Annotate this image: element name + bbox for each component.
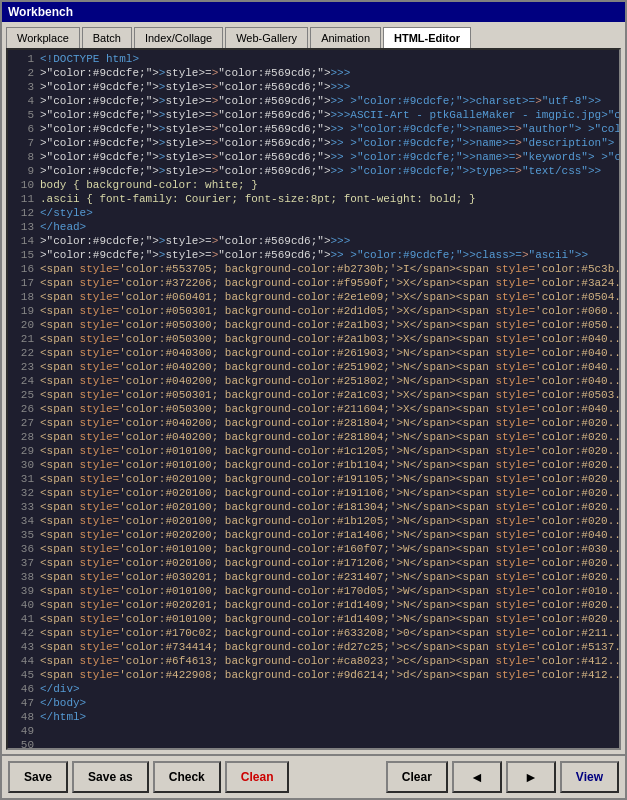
code-line [40, 724, 619, 738]
code-line: <span style='color:#020100; background-c… [40, 500, 619, 514]
line-number: 4 [12, 94, 34, 108]
code-line: <span style='color:#020100; background-c… [40, 556, 619, 570]
line-number: 16 [12, 262, 34, 276]
code-line: <span style='color:#020201; background-c… [40, 598, 619, 612]
line-number: 41 [12, 612, 34, 626]
code-line: <span style='color:#040200; background-c… [40, 430, 619, 444]
code-line: <span style='color:#040300; background-c… [40, 346, 619, 360]
code-line: <span style='color:#020100; background-c… [40, 486, 619, 500]
line-number: 7 [12, 136, 34, 150]
line-number: 45 [12, 668, 34, 682]
tab-index-collage[interactable]: Index/Collage [134, 27, 223, 49]
line-number: 38 [12, 570, 34, 584]
main-window: Workbench Workplace Batch Index/Collage … [0, 0, 627, 800]
code-content[interactable]: <!DOCTYPE html>>"color:#9cdcfe;">>style>… [40, 52, 619, 746]
code-line: <span style='color:#040200; background-c… [40, 416, 619, 430]
code-editor[interactable]: 1234567891011121314151617181920212223242… [8, 50, 619, 748]
code-line: .ascii { font-family: Courier; font-size… [40, 192, 619, 206]
line-number: 14 [12, 234, 34, 248]
save-button[interactable]: Save [8, 761, 68, 793]
code-line: <span style='color:#734414; background-c… [40, 640, 619, 654]
line-number: 31 [12, 472, 34, 486]
check-button[interactable]: Check [153, 761, 221, 793]
code-line: <span style='color:#030201; background-c… [40, 570, 619, 584]
code-line: >"color:#9cdcfe;">>style>=>"color:#569cd… [40, 66, 619, 80]
line-number: 23 [12, 360, 34, 374]
line-number: 47 [12, 696, 34, 710]
line-number: 19 [12, 304, 34, 318]
tab-html-editor[interactable]: HTML-Editor [383, 27, 471, 49]
line-number: 29 [12, 444, 34, 458]
code-line: <span style='color:#050300; background-c… [40, 402, 619, 416]
bottom-toolbar: Save Save as Check Clean Clear ◄ ► View [2, 754, 625, 798]
line-number: 27 [12, 416, 34, 430]
line-number: 48 [12, 710, 34, 724]
line-number: 10 [12, 178, 34, 192]
tab-bar: Workplace Batch Index/Collage Web-Galler… [2, 22, 625, 48]
line-number: 43 [12, 640, 34, 654]
tab-web-gallery[interactable]: Web-Gallery [225, 27, 308, 49]
code-line: <span style='color:#010100; background-c… [40, 612, 619, 626]
line-number: 50 [12, 738, 34, 748]
tab-workplace[interactable]: Workplace [6, 27, 80, 49]
code-line: <span style='color:#010100; background-c… [40, 444, 619, 458]
tab-batch[interactable]: Batch [82, 27, 132, 49]
window-title: Workbench [8, 5, 73, 19]
line-number: 37 [12, 556, 34, 570]
code-line: >"color:#9cdcfe;">>style>=>"color:#569cd… [40, 94, 619, 108]
code-line: >"color:#9cdcfe;">>style>=>"color:#569cd… [40, 234, 619, 248]
code-line: <span style='color:#010100; background-c… [40, 542, 619, 556]
line-number: 5 [12, 108, 34, 122]
line-number: 28 [12, 430, 34, 444]
code-line: <span style='color:#6f4613; background-c… [40, 654, 619, 668]
save-as-button[interactable]: Save as [72, 761, 149, 793]
line-numbers: 1234567891011121314151617181920212223242… [12, 52, 40, 746]
editor-area: 1234567891011121314151617181920212223242… [6, 48, 621, 750]
line-number: 49 [12, 724, 34, 738]
code-line: body { background-color: white; } [40, 178, 619, 192]
code-line: <span style='color:#060401; background-c… [40, 290, 619, 304]
code-line: >"color:#9cdcfe;">>style>=>"color:#569cd… [40, 248, 619, 262]
line-number: 42 [12, 626, 34, 640]
code-line [40, 738, 619, 748]
line-number: 24 [12, 374, 34, 388]
code-line: >"color:#9cdcfe;">>style>=>"color:#569cd… [40, 164, 619, 178]
line-number: 20 [12, 318, 34, 332]
code-line: </div> [40, 682, 619, 696]
line-number: 3 [12, 80, 34, 94]
view-button[interactable]: View [560, 761, 619, 793]
line-number: 35 [12, 528, 34, 542]
line-number: 17 [12, 276, 34, 290]
clean-button[interactable]: Clean [225, 761, 290, 793]
code-line: <span style='color:#010100; background-c… [40, 584, 619, 598]
tab-animation[interactable]: Animation [310, 27, 381, 49]
code-line: <span style='color:#422908; background-c… [40, 668, 619, 682]
code-line: <span style='color:#553705; background-c… [40, 262, 619, 276]
code-line: <span style='color:#020200; background-c… [40, 528, 619, 542]
line-number: 15 [12, 248, 34, 262]
line-number: 9 [12, 164, 34, 178]
code-line: <span style='color:#020100; background-c… [40, 472, 619, 486]
arrow-right-button[interactable]: ► [506, 761, 556, 793]
code-line: <!DOCTYPE html> [40, 52, 619, 66]
line-number: 26 [12, 402, 34, 416]
line-number: 18 [12, 290, 34, 304]
line-number: 12 [12, 206, 34, 220]
code-line: <span style='color:#040200; background-c… [40, 360, 619, 374]
line-number: 22 [12, 346, 34, 360]
line-number: 6 [12, 122, 34, 136]
code-line: </head> [40, 220, 619, 234]
line-number: 33 [12, 500, 34, 514]
code-line: <span style='color:#050301; background-c… [40, 304, 619, 318]
code-line: </html> [40, 710, 619, 724]
line-number: 36 [12, 542, 34, 556]
arrow-left-button[interactable]: ◄ [452, 761, 502, 793]
line-number: 34 [12, 514, 34, 528]
code-line: >"color:#9cdcfe;">>style>=>"color:#569cd… [40, 150, 619, 164]
line-number: 1 [12, 52, 34, 66]
code-line: </style> [40, 206, 619, 220]
code-line: <span style='color:#170c02; background-c… [40, 626, 619, 640]
code-line: >"color:#9cdcfe;">>style>=>"color:#569cd… [40, 108, 619, 122]
clear-button[interactable]: Clear [386, 761, 448, 793]
line-number: 8 [12, 150, 34, 164]
